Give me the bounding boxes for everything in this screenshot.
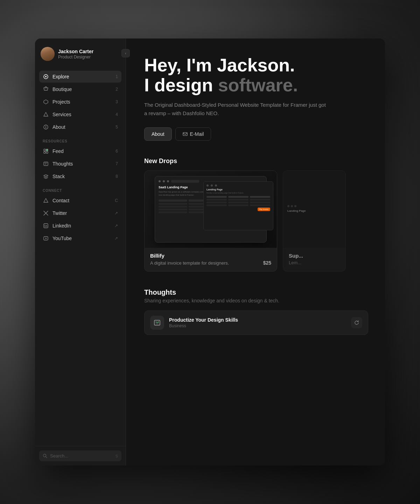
explore-icon [43,74,49,80]
sidebar-item-projects[interactable]: Projects 3 [39,96,121,108]
thoughts-label: Thoughts [52,161,109,167]
contact-badge: C [112,198,118,203]
linkedin-label: LinkedIn [52,223,109,229]
boutique-badge: 2 [112,87,118,92]
feed-badge: 6 [112,149,118,154]
product-card-image: SaaS Landing Page SaasTest has grown as … [145,171,277,248]
youtube-label: YouTube [52,236,109,241]
product-card-partial[interactable]: Landing Page Sup... Lem... [283,170,346,272]
product-card-body: Billify A digital invoice template for d… [145,248,277,271]
thought-category: Business [169,323,346,328]
thought-title: Productize Your Design Skills [169,317,346,323]
twitter-label: Twitter [52,210,109,216]
main-content: Hey, I'm Jackson. I design software. The… [126,38,385,465]
product-price: $25 [263,260,271,266]
app-window: Jackson Carter Product Designer ‹ Explor… [35,38,385,465]
product-desc: A digital invoice template for designers… [150,260,229,266]
sidebar-header: Jackson Carter Product Designer ‹ [35,38,126,68]
product-card-image-2: Landing Page [283,171,345,248]
thought-item[interactable]: Productize Your Design Skills Business [144,310,368,335]
services-icon [43,111,49,118]
search-shortcut: S [115,454,118,458]
svg-rect-3 [44,149,46,151]
avatar [41,47,55,61]
hero-line1: Hey, I'm Jackson. [144,55,368,75]
linkedin-icon [43,223,49,229]
connect-section-label: CONNECT [39,183,121,195]
user-name: Jackson Carter [58,48,120,55]
sidebar-item-services[interactable]: Services 4 [39,108,121,120]
linkedin-badge: ↗ [112,223,118,228]
collapse-button[interactable]: ‹ [121,49,130,57]
boutique-label: Boutique [52,86,109,92]
about-button[interactable]: About [144,127,172,141]
sidebar-nav: Explore 1 Boutique 2 [35,68,126,446]
sidebar-item-thoughts[interactable]: Thoughts 7 [39,158,121,170]
resources-section-label: RESOURCES [39,134,121,145]
thought-action-button[interactable] [351,317,362,328]
youtube-badge: ↗ [112,236,118,241]
explore-badge: 1 [112,74,118,79]
thoughts-badge: 7 [112,161,118,166]
sidebar-item-youtube[interactable]: YouTube ↗ [39,232,121,244]
svg-point-1 [45,76,47,77]
sidebar-item-stack[interactable]: Stack 8 [39,170,121,182]
sidebar-item-about[interactable]: About 5 [39,121,121,133]
chevron-left-icon: ‹ [125,51,126,55]
hero-subtitle: The Original Dashboard-Styled Personal W… [144,101,326,118]
feed-label: Feed [52,148,109,154]
search-bar[interactable]: Search... S [39,450,121,461]
sidebar-footer: Search... S [35,446,126,465]
new-drops-heading: New Drops [144,158,368,165]
stack-label: Stack [52,174,109,179]
thoughts-heading: Thoughts [144,288,368,296]
product-card-billify[interactable]: SaaS Landing Page SaasTest has grown as … [144,170,277,272]
email-button[interactable]: E-Mail [175,127,211,141]
product-cards-row: SaaS Landing Page SaasTest has grown as … [144,170,368,272]
twitter-badge: ↗ [112,211,118,216]
svg-point-7 [47,149,48,151]
svg-point-11 [43,454,46,457]
explore-label: Explore [52,74,109,79]
sidebar-item-feed[interactable]: Feed 6 [39,145,121,157]
about-icon [43,124,49,130]
sidebar-item-twitter[interactable]: Twitter ↗ [39,207,121,219]
hero-line2: I design software. [144,75,368,95]
product-name-2: Sup... [289,253,340,259]
sidebar-item-boutique[interactable]: Boutique 2 [39,83,121,95]
about-label: About [52,124,109,130]
product-card-footer-2: Lem... [289,260,340,265]
product-name: Billify [150,253,271,259]
mock-dashboard-secondary: Landing Page Hereby a new landing page t… [203,181,273,230]
product-card-body-2: Sup... Lem... [283,248,345,271]
projects-icon [43,99,49,105]
svg-rect-5 [44,152,46,153]
product-card-footer: A digital invoice template for designers… [150,260,271,266]
about-badge: 5 [112,125,118,130]
projects-label: Projects [52,99,109,105]
product-desc-2: Lem... [289,260,301,265]
email-label: E-Mail [190,131,204,137]
hero-line2-plain: I design [144,75,218,95]
boutique-icon [43,86,49,92]
user-role: Product Designer [58,55,120,59]
thoughts-subtitle: Sharing experiences, knowledge and video… [144,298,368,303]
svg-rect-6 [46,152,48,153]
sidebar-item-explore[interactable]: Explore 1 [39,71,121,83]
stack-icon [43,173,49,180]
hero-actions: About E-Mail [144,127,368,141]
search-placeholder-text: Search... [50,453,113,458]
stack-badge: 8 [112,174,118,179]
projects-badge: 3 [112,99,118,104]
twitter-icon [43,210,49,216]
feed-icon [43,148,49,154]
thought-icon [150,316,164,330]
refresh-icon [354,320,359,326]
sidebar-item-linkedin[interactable]: LinkedIn ↗ [39,220,121,232]
services-label: Services [52,112,109,117]
thoughts-icon [43,161,49,167]
services-badge: 4 [112,112,118,117]
contact-icon [43,197,49,204]
sidebar-item-contact[interactable]: Contact C [39,195,121,206]
youtube-icon [43,235,49,241]
